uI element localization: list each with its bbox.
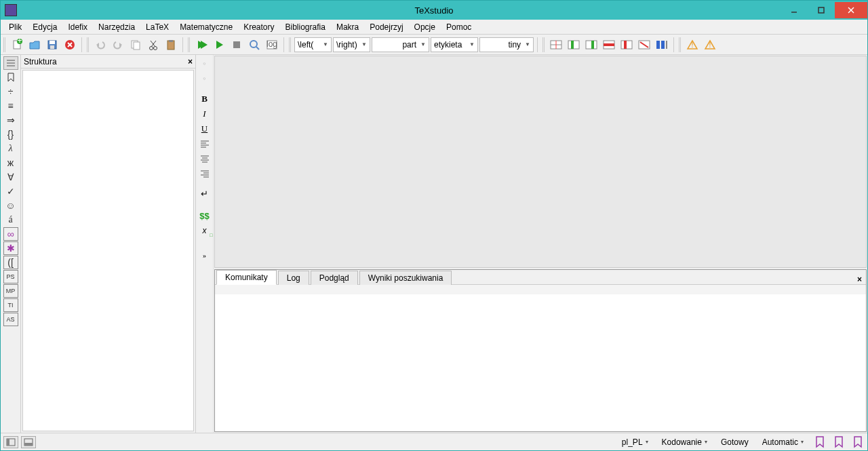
- toolbar-grip[interactable]: [679, 37, 682, 52]
- sidebar-brackets-icon[interactable]: ([: [3, 256, 18, 269]
- menu-wizards[interactable]: Kreatory: [238, 21, 279, 33]
- maximize-button[interactable]: [808, 2, 835, 18]
- save-file-button[interactable]: [44, 37, 60, 53]
- toolbar-grip[interactable]: [87, 37, 90, 52]
- sidebar-structure-icon[interactable]: [3, 56, 18, 70]
- tab-messages[interactable]: Komunikaty: [216, 270, 277, 285]
- menu-latex[interactable]: LaTeX: [140, 21, 174, 33]
- menu-tools[interactable]: Narzędzia: [93, 21, 140, 33]
- svg-rect-67: [7, 439, 9, 446]
- new-file-button[interactable]: +: [9, 37, 25, 53]
- svg-point-18: [154, 46, 157, 50]
- bold-button[interactable]: B: [198, 93, 212, 105]
- table-tool-4-icon[interactable]: [601, 37, 617, 53]
- status-automatic[interactable]: Automatic▾: [758, 436, 808, 448]
- menu-math[interactable]: Matematyczne: [174, 21, 238, 33]
- sidebar-equiv-icon[interactable]: ≡: [3, 99, 18, 113]
- dropdown-right-bracket[interactable]: \right)▼: [333, 37, 370, 52]
- status-encoding[interactable]: Kodowanie▾: [658, 436, 711, 448]
- toolbar-grip[interactable]: [289, 37, 292, 52]
- align-center-icon[interactable]: [198, 153, 212, 165]
- close-button[interactable]: [835, 2, 867, 18]
- dropdown-left-bracket[interactable]: \left(▼: [294, 37, 332, 52]
- sidebar-mp-icon[interactable]: MP: [3, 284, 18, 298]
- copy-button[interactable]: [127, 37, 144, 53]
- italic-button[interactable]: I: [198, 108, 212, 120]
- structure-tree[interactable]: [22, 70, 194, 431]
- menu-options[interactable]: Opcje: [409, 21, 441, 33]
- sidebar-lambda-icon[interactable]: λ: [3, 142, 18, 155]
- table-tool-7-icon[interactable]: [654, 37, 670, 53]
- sidebar-arrow-icon[interactable]: ⇒: [3, 113, 18, 127]
- editor-icon-bar: ◦ ◦ B I U ↵ $$ x□ »: [196, 55, 214, 433]
- menu-idefix[interactable]: Idefix: [62, 21, 93, 33]
- sidebar-cyrillic-icon[interactable]: ж: [3, 156, 18, 170]
- messages-body[interactable]: [215, 285, 866, 431]
- tab-preview[interactable]: Podgląd: [311, 271, 358, 285]
- sidebar-asterisk-icon[interactable]: ✱: [3, 241, 18, 255]
- align-right-icon[interactable]: [198, 168, 212, 180]
- warning-prev-icon[interactable]: !: [684, 37, 701, 53]
- sidebar-forall-icon[interactable]: ∀: [3, 170, 18, 184]
- layout-toggle-2-button[interactable]: [21, 436, 36, 448]
- dropdown-label[interactable]: etykieta▼: [431, 37, 478, 52]
- part-prev-icon[interactable]: ◦: [198, 58, 212, 70]
- dropdown-size[interactable]: tiny▼: [479, 37, 534, 52]
- sidebar-braces-icon[interactable]: {}: [3, 128, 18, 141]
- toolbar-grip[interactable]: [542, 37, 545, 52]
- sidebar-smiley-icon[interactable]: ☺: [3, 199, 18, 212]
- toolbar-grip[interactable]: [3, 37, 6, 52]
- bookmark-1-icon[interactable]: [813, 435, 827, 449]
- sidebar-ps-icon[interactable]: PS: [3, 270, 18, 283]
- table-tool-2-icon[interactable]: [566, 37, 582, 53]
- bookmark-2-icon[interactable]: [832, 435, 846, 449]
- build-and-view-button[interactable]: [193, 37, 210, 53]
- menu-bibliography[interactable]: Bibliografia: [280, 21, 331, 33]
- table-tool-3-icon[interactable]: [583, 37, 599, 53]
- subscript-button[interactable]: x□: [198, 224, 212, 237]
- stop-compile-button[interactable]: [229, 37, 245, 53]
- layout-toggle-1-button[interactable]: [3, 436, 18, 448]
- menu-preview[interactable]: Podejrzyj: [364, 21, 408, 33]
- cut-button[interactable]: [145, 37, 161, 53]
- paste-button[interactable]: [163, 37, 179, 53]
- menu-edit[interactable]: Edycja: [27, 21, 62, 33]
- status-locale[interactable]: pl_PL▾: [618, 436, 652, 448]
- view-log-button[interactable]: log: [264, 37, 280, 53]
- stop-button[interactable]: [62, 37, 78, 53]
- align-left-icon[interactable]: [198, 138, 212, 150]
- messages-close-button[interactable]: ×: [857, 275, 862, 284]
- compile-button[interactable]: [211, 37, 227, 53]
- warning-next-icon[interactable]: !: [702, 37, 718, 53]
- underline-button[interactable]: U: [198, 123, 212, 135]
- dropdown-section[interactable]: part▼: [372, 37, 429, 52]
- menu-file[interactable]: Plik: [3, 21, 27, 33]
- sidebar-infinity-icon[interactable]: ∞: [3, 227, 18, 241]
- view-pdf-button[interactable]: [246, 37, 262, 53]
- sidebar-check-icon[interactable]: ✓: [3, 184, 18, 198]
- sidebar-accent-icon[interactable]: á: [3, 213, 18, 227]
- expand-more-icon[interactable]: »: [198, 249, 212, 261]
- tab-search-results[interactable]: Wyniki poszukiwania: [359, 271, 452, 285]
- table-tool-1-icon[interactable]: [548, 37, 564, 53]
- sidebar-ti-icon[interactable]: TI: [3, 298, 18, 312]
- sidebar-as-icon[interactable]: AS: [3, 313, 18, 326]
- part-next-icon[interactable]: ◦: [198, 73, 212, 85]
- math-mode-button[interactable]: $$: [198, 210, 212, 222]
- redo-button[interactable]: [110, 37, 126, 53]
- toolbar-grip[interactable]: [188, 37, 191, 52]
- undo-button[interactable]: [92, 37, 108, 53]
- bookmark-3-icon[interactable]: [851, 435, 865, 449]
- newline-icon[interactable]: ↵: [198, 188, 212, 200]
- table-tool-6-icon[interactable]: [636, 37, 652, 53]
- minimize-button[interactable]: [781, 2, 808, 18]
- tab-log[interactable]: Log: [278, 271, 309, 285]
- editor-blank-area[interactable]: [214, 56, 867, 268]
- menu-help[interactable]: Pomoc: [441, 21, 477, 33]
- open-file-button[interactable]: [26, 37, 43, 53]
- structure-panel-close-button[interactable]: ×: [188, 57, 193, 66]
- sidebar-divide-icon[interactable]: ÷: [3, 85, 18, 98]
- table-tool-5-icon[interactable]: [618, 37, 635, 53]
- menu-macros[interactable]: Makra: [331, 21, 364, 33]
- sidebar-bookmark-icon[interactable]: [3, 71, 18, 84]
